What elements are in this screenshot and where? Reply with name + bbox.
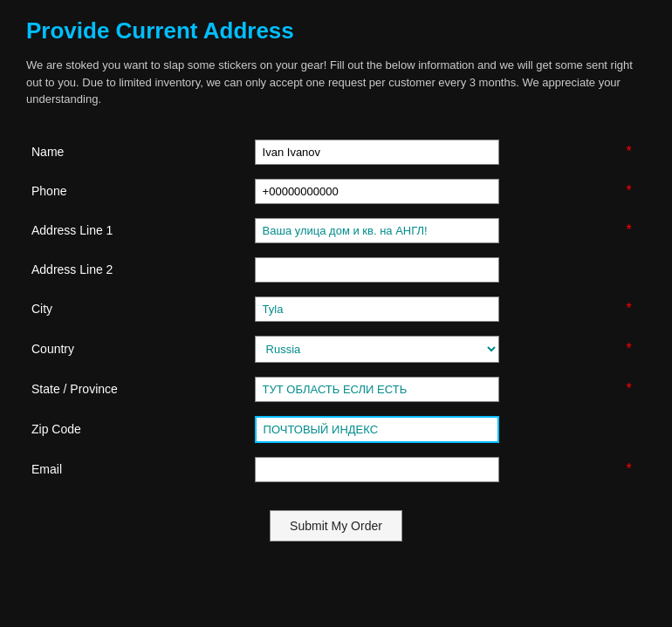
- email-input[interactable]: [255, 457, 499, 482]
- required-marker-name: *: [621, 133, 646, 172]
- form-row-country: Country Russia United States Germany Fra…: [26, 329, 646, 370]
- required-marker-city: *: [621, 290, 646, 329]
- label-address1: Address Line 1: [26, 211, 250, 250]
- state-input[interactable]: [255, 377, 499, 402]
- form-row-zip: Zip Code: [26, 409, 646, 450]
- required-marker-address2: [621, 250, 646, 290]
- input-cell-city: [250, 290, 621, 329]
- required-marker-state: *: [621, 370, 646, 409]
- zip-input[interactable]: [255, 416, 499, 443]
- address-form: Name * Phone * Address Line 1 * Address …: [26, 133, 646, 549]
- page-title: Provide Current Address: [26, 17, 646, 44]
- country-select[interactable]: Russia United States Germany France Chin…: [255, 336, 499, 363]
- required-marker-email: *: [621, 450, 646, 489]
- required-marker-address1: *: [621, 211, 646, 250]
- phone-input[interactable]: [255, 179, 499, 204]
- form-row-phone: Phone *: [26, 172, 646, 211]
- input-cell-name: [250, 133, 621, 172]
- required-marker-country: *: [621, 329, 646, 370]
- label-country: Country: [26, 329, 250, 370]
- label-state: State / Province: [26, 370, 250, 409]
- required-marker-phone: *: [621, 172, 646, 211]
- label-zip: Zip Code: [26, 409, 250, 450]
- page-description: We are stoked you want to slap some stic…: [26, 57, 646, 108]
- form-row-address2: Address Line 2: [26, 250, 646, 290]
- submit-cell: Submit My Order: [26, 489, 646, 549]
- submit-button[interactable]: Submit My Order: [270, 510, 402, 542]
- form-row-city: City *: [26, 290, 646, 329]
- input-cell-state: [250, 370, 621, 409]
- input-cell-country: Russia United States Germany France Chin…: [250, 329, 621, 370]
- form-row-address1: Address Line 1 *: [26, 211, 646, 250]
- form-row-name: Name *: [26, 133, 646, 172]
- form-row-submit: Submit My Order: [26, 489, 646, 549]
- input-cell-phone: [250, 172, 621, 211]
- form-row-email: Email *: [26, 450, 646, 489]
- address2-input[interactable]: [255, 257, 499, 283]
- input-cell-address2: [250, 250, 621, 290]
- address1-input[interactable]: [255, 218, 499, 243]
- form-row-state: State / Province *: [26, 370, 646, 409]
- input-cell-zip: [250, 409, 621, 450]
- city-input[interactable]: [255, 296, 499, 322]
- input-cell-email: [250, 450, 621, 489]
- name-input[interactable]: [255, 140, 499, 165]
- label-name: Name: [26, 133, 250, 172]
- label-email: Email: [26, 450, 250, 489]
- label-address2: Address Line 2: [26, 250, 250, 290]
- input-cell-address1: [250, 211, 621, 250]
- required-marker-zip: [621, 409, 646, 450]
- label-city: City: [26, 290, 250, 329]
- label-phone: Phone: [26, 172, 250, 211]
